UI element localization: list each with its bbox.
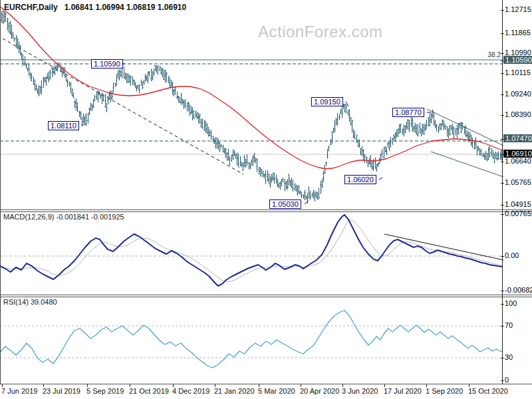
macd-signal-line	[3, 220, 502, 282]
chart-canvas[interactable]	[0, 0, 532, 399]
rsi-axis-label: 30	[505, 353, 513, 361]
date-axis-label: 5 Mar 2020	[258, 387, 295, 395]
date-axis-label: 20 Apr 2020	[300, 387, 339, 395]
price-axis-label-highlighted: 1.07470	[503, 134, 532, 142]
date-axis-label: 21 Oct 2019	[129, 387, 169, 395]
rsi-axis-label: 70	[505, 321, 513, 329]
current-price-label: 1.06910	[503, 150, 532, 158]
watermark: ActionForex.com	[258, 23, 383, 41]
price-axis-label-highlighted: 1.10590	[503, 56, 532, 64]
price-axis-label: 1.08390	[505, 110, 531, 118]
macd-axis-label: 0.007655	[505, 209, 532, 217]
price-bars	[1, 10, 503, 203]
channel-lower-line	[431, 152, 503, 177]
price-axis-label: 1.11865	[505, 29, 531, 37]
date-axis-label: 7 Jun 2019	[1, 387, 37, 395]
fib-382-label: 38.2	[481, 51, 501, 59]
rsi-axis-label: 0	[505, 376, 509, 384]
price-tag-1-05030: 1.05030	[269, 200, 301, 209]
date-axis-label: 23 Jul 2019	[43, 387, 80, 395]
price-axis-label: 1.04915	[505, 200, 531, 208]
macd-main-line	[0, 215, 502, 286]
macd-indicator-label: MACD(12,26,9) -0.001841 -0.001925	[3, 213, 124, 221]
date-axis-label: 21 Jan 2020	[214, 387, 255, 395]
chart-window: ActionForex.com EURCHF,Daily1.06841 1.06…	[0, 0, 532, 399]
date-axis-label: 3 Jun 2020	[342, 387, 378, 395]
price-axis-label: 1.06640	[505, 157, 531, 165]
date-axis-label: 4 Dec 2019	[172, 387, 209, 395]
price-axis-label: 1.09240	[505, 90, 531, 98]
downtrend-dashed-line	[3, 39, 243, 174]
price-tag-1-10590: 1.10590	[91, 59, 123, 68]
price-tag-1-08110: 1.08110	[48, 121, 79, 130]
macd-axis-label: 0.00	[505, 251, 519, 259]
rsi-axis-label: 100	[505, 299, 517, 307]
macd-axis-label: -0.006822	[505, 286, 532, 294]
price-tag-1-09150: 1.09150	[311, 97, 343, 106]
rsi-indicator-label: RSI(14) 39.0480	[3, 298, 57, 306]
symbol-period-label: EURCHF,Daily	[4, 3, 58, 12]
price-axis-label: 1.10115	[505, 68, 531, 76]
ohlc-values: 1.06841 1.06994 1.06819 1.06910	[65, 3, 187, 12]
rsi-line	[0, 311, 503, 368]
date-axis-label: 5 Sep 2019	[86, 387, 124, 395]
date-axis-label: 17 Jul 2020	[384, 387, 422, 395]
price-tag-1-08770: 1.08770	[392, 108, 424, 117]
date-axis-label: 15 Oct 2020	[468, 387, 508, 395]
chart-title: EURCHF,Daily1.06841 1.06994 1.06819 1.06…	[4, 3, 186, 12]
price-axis-label: 1.12715	[505, 5, 531, 13]
moving-average-line	[0, 7, 503, 169]
price-tag-1-06020: 1.06020	[344, 175, 376, 184]
date-axis-label: 1 Sep 2020	[426, 387, 463, 395]
price-axis-label: 1.05765	[505, 178, 531, 186]
